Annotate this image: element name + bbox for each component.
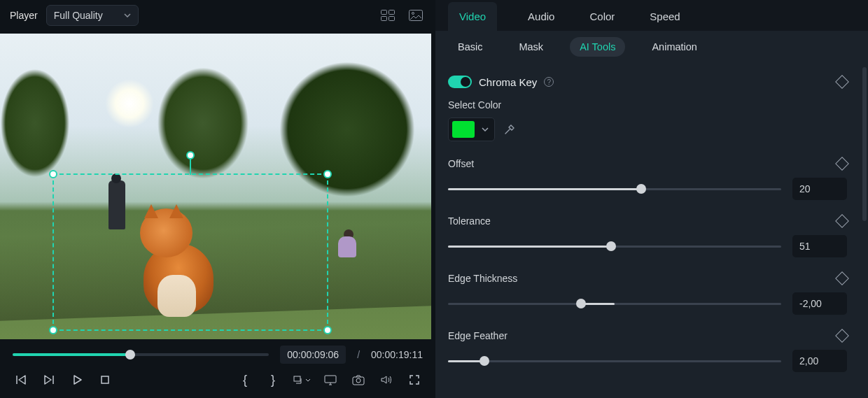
timeline-thumb[interactable] xyxy=(125,350,135,360)
svg-rect-8 xyxy=(325,376,336,383)
stop-button[interactable] xyxy=(97,371,113,388)
sub-tab-ai-tools[interactable]: AI Tools xyxy=(570,37,625,57)
svg-point-5 xyxy=(412,13,414,15)
edge-feather-group: Edge Feather 2,00 xyxy=(448,330,847,372)
timeline-slider[interactable] xyxy=(13,345,269,364)
picture-icon[interactable] xyxy=(406,6,426,25)
timecode-current[interactable]: 00:00:09:06 xyxy=(280,346,346,364)
edge-thickness-value[interactable]: -2,00 xyxy=(792,292,847,315)
offset-value[interactable]: 20 xyxy=(792,178,847,200)
preview-viewport[interactable] xyxy=(0,34,431,339)
next-frame-button[interactable] xyxy=(41,371,57,388)
help-icon[interactable]: ? xyxy=(544,77,554,87)
resize-handle-tr[interactable] xyxy=(323,170,332,178)
chroma-key-toggle[interactable] xyxy=(448,76,472,88)
tab-speed[interactable]: Speed xyxy=(645,2,684,31)
timeline-fill xyxy=(13,353,130,356)
edge-thickness-label: Edge Thickness xyxy=(448,273,837,284)
quality-dropdown[interactable]: Full Quality xyxy=(46,5,139,26)
fullscreen-button[interactable] xyxy=(406,371,423,388)
offset-label: Offset xyxy=(448,158,837,169)
eyedropper-icon[interactable] xyxy=(503,123,516,136)
svg-rect-2 xyxy=(382,17,387,21)
chevron-down-icon xyxy=(124,13,131,17)
offset-slider[interactable] xyxy=(448,182,781,196)
svg-point-10 xyxy=(356,378,360,383)
marker-dropdown[interactable] xyxy=(293,371,311,388)
transport-controls: { } xyxy=(0,364,435,398)
scrollbar-thumb[interactable] xyxy=(862,67,867,221)
tab-color[interactable]: Color xyxy=(585,2,619,31)
tolerance-slider[interactable] xyxy=(448,239,781,253)
svg-rect-3 xyxy=(389,17,395,21)
volume-button[interactable] xyxy=(378,371,395,388)
prev-frame-button[interactable] xyxy=(13,371,29,388)
player-label: Player xyxy=(10,10,38,21)
play-button[interactable] xyxy=(69,371,85,388)
inspector-top-tabs: Video Audio Color Speed xyxy=(435,0,868,31)
sub-tab-mask[interactable]: Mask xyxy=(509,37,553,57)
svg-rect-0 xyxy=(382,10,387,15)
keyframe-icon[interactable] xyxy=(835,271,849,285)
edge-thickness-group: Edge Thickness -2,00 xyxy=(448,273,847,315)
select-color-row xyxy=(448,118,847,141)
tab-video[interactable]: Video xyxy=(448,2,497,31)
preview-figure xyxy=(332,229,360,264)
tolerance-label: Tolerance xyxy=(448,215,837,227)
tolerance-group: Tolerance 51 xyxy=(448,215,847,257)
selection-box[interactable] xyxy=(52,173,328,331)
tab-audio[interactable]: Audio xyxy=(524,2,559,31)
keyframe-icon[interactable] xyxy=(835,157,849,171)
inspector-panel: Video Audio Color Speed Basic Mask AI To… xyxy=(435,0,868,398)
quality-dropdown-value: Full Quality xyxy=(54,10,103,21)
chevron-down-icon xyxy=(482,127,489,132)
edge-thickness-slider[interactable] xyxy=(448,297,781,311)
chroma-key-header: Chroma Key ? xyxy=(448,73,847,99)
inspector-sub-tabs: Basic Mask AI Tools Animation xyxy=(435,31,868,63)
keyframe-icon[interactable] xyxy=(835,329,849,343)
player-panel: Player Full Quality xyxy=(0,0,435,398)
keyframe-icon[interactable] xyxy=(835,214,849,228)
display-button[interactable] xyxy=(322,371,339,388)
svg-rect-7 xyxy=(294,376,300,381)
offset-group: Offset 20 xyxy=(448,158,847,200)
svg-rect-6 xyxy=(102,376,108,383)
color-picker[interactable] xyxy=(448,118,495,141)
color-swatch xyxy=(452,121,475,138)
snapshot-button[interactable] xyxy=(350,371,367,388)
mark-out-button[interactable]: } xyxy=(265,371,281,388)
timecode-total: 00:00:19:11 xyxy=(371,349,423,360)
edge-feather-label: Edge Feather xyxy=(448,330,837,341)
keyframe-icon[interactable] xyxy=(835,75,849,89)
timeline-row: 00:00:09:06 / 00:00:19:11 xyxy=(0,339,435,364)
select-color-label: Select Color xyxy=(448,99,847,111)
chroma-key-title: Chroma Key xyxy=(479,76,537,88)
sub-tab-animation[interactable]: Animation xyxy=(642,37,706,57)
resize-handle-br[interactable] xyxy=(323,326,332,334)
rotate-handle[interactable] xyxy=(186,151,195,159)
sub-tab-basic[interactable]: Basic xyxy=(448,37,492,57)
edge-feather-slider[interactable] xyxy=(448,354,781,368)
player-header: Player Full Quality xyxy=(0,0,435,31)
edge-feather-value[interactable]: 2,00 xyxy=(792,350,847,372)
inspector-scroll[interactable]: Chroma Key ? Select Color Offset xyxy=(435,63,868,398)
tolerance-value[interactable]: 51 xyxy=(792,235,847,257)
resize-handle-tl[interactable] xyxy=(49,170,57,178)
compare-view-icon[interactable] xyxy=(378,6,398,25)
resize-handle-bl[interactable] xyxy=(49,326,57,334)
timecode-separator: / xyxy=(357,349,360,360)
mark-in-button[interactable]: { xyxy=(237,371,253,388)
chevron-down-icon xyxy=(305,378,311,382)
svg-rect-1 xyxy=(389,10,395,15)
